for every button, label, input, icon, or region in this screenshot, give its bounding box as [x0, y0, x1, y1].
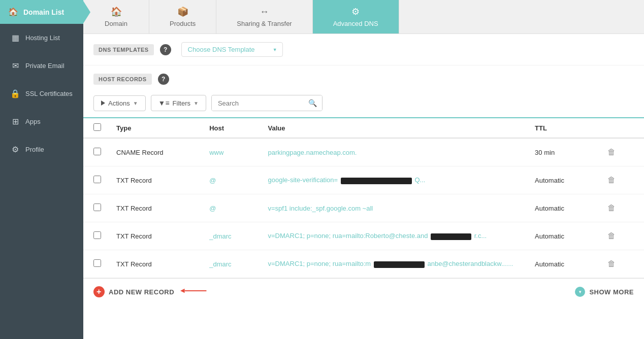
record-ttl: Automatic: [525, 194, 593, 222]
sidebar-item-label: SSL Certificates: [25, 90, 73, 97]
row-checkbox-cell: [83, 222, 106, 250]
record-host: _dmarc: [199, 222, 257, 250]
dns-template-dropdown[interactable]: Choose DNS Template: [181, 42, 283, 57]
domain-tab-icon: 🏠: [111, 6, 122, 17]
record-value: parkingpage.namecheap.com.: [258, 138, 525, 166]
dns-templates-section: DNS TEMPLATES ? Choose DNS Template: [83, 34, 644, 65]
table-header: Type Host Value TTL: [83, 118, 644, 138]
record-host: @: [199, 194, 257, 222]
tab-products-label: Products: [170, 20, 196, 27]
row-checkbox-cell: [83, 166, 106, 194]
record-value: google-site-verification= Q...: [258, 166, 525, 194]
main-content: 🏠 Domain 📦 Products ↔ Sharing & Transfer…: [83, 0, 644, 339]
add-new-container: + ADD NEW RECORD: [93, 286, 211, 298]
redact-bar: [341, 178, 412, 184]
record-host: @: [199, 166, 257, 194]
row-checkbox[interactable]: [93, 148, 101, 155]
tab-bar: 🏠 Domain 📦 Products ↔ Sharing & Transfer…: [83, 0, 644, 34]
add-icon: +: [93, 286, 105, 297]
dns-templates-help[interactable]: ?: [160, 44, 171, 55]
products-tab-icon: 📦: [177, 6, 188, 17]
host-records-help[interactable]: ?: [158, 74, 169, 85]
search-box: 🔍: [211, 95, 323, 111]
row-checkbox[interactable]: [93, 176, 101, 183]
sidebar-item-hosting-list[interactable]: ▦ Hosting List: [0, 24, 83, 52]
record-type: TXT Record: [106, 222, 199, 250]
filters-button[interactable]: ▼≡ Filters ▼: [151, 95, 206, 111]
delete-button[interactable]: 🗑: [603, 146, 620, 159]
record-delete-cell: 🗑: [593, 166, 644, 194]
home-icon: 🏠: [8, 7, 18, 17]
tab-products[interactable]: 📦 Products: [149, 0, 216, 33]
record-ttl: Automatic: [525, 250, 593, 278]
redact-bar: [431, 233, 471, 240]
record-host: _dmarc: [199, 250, 257, 278]
record-type: TXT Record: [106, 194, 199, 222]
row-checkbox[interactable]: [93, 259, 101, 267]
add-new-label: ADD NEW RECORD: [109, 288, 174, 296]
record-delete-cell: 🗑: [593, 194, 644, 222]
sidebar-item-apps[interactable]: ⊞ Apps: [0, 108, 83, 135]
record-value-text: v=DMARC1; p=none; rua=mailto:Roberto@che…: [268, 232, 428, 240]
record-ttl: 30 min: [525, 138, 593, 166]
search-button[interactable]: 🔍: [303, 95, 322, 111]
play-icon: [101, 100, 105, 106]
actions-label: Actions: [108, 99, 130, 107]
table-row: TXT Record @ google-site-verification= Q…: [83, 166, 644, 194]
show-more-button[interactable]: SHOW MORE: [575, 287, 634, 297]
dns-templates-label: DNS TEMPLATES: [93, 44, 154, 55]
row-checkbox-cell: [83, 138, 106, 166]
sidebar-item-profile[interactable]: ⚙ Profile: [0, 135, 83, 163]
dns-template-placeholder: Choose DNS Template: [188, 46, 255, 53]
add-new-record-button[interactable]: + ADD NEW RECORD: [93, 286, 174, 297]
record-value: v=DMARC1; p=none; rua=mailto:m anbe@ches…: [258, 250, 525, 278]
show-more-icon: [575, 287, 585, 297]
filters-dropdown-icon: ▼: [194, 100, 199, 106]
tab-sharing-transfer[interactable]: ↔ Sharing & Transfer: [216, 0, 312, 33]
row-checkbox[interactable]: [93, 231, 101, 239]
server-icon: ▦: [10, 33, 20, 43]
lock-icon: 🔒: [10, 89, 20, 98]
actions-dropdown-icon: ▼: [133, 100, 138, 106]
sharing-tab-icon: ↔: [260, 7, 269, 17]
col-type-header: Type: [106, 118, 199, 138]
col-value-header: Value: [258, 118, 525, 138]
filter-icon: ▼≡: [158, 99, 170, 107]
table-body: CNAME Record www parkingpage.namecheap.c…: [83, 138, 644, 278]
email-icon: ✉: [10, 61, 20, 71]
record-value: v=DMARC1; p=none; rua=mailto:Roberto@che…: [258, 222, 525, 250]
host-records-section: HOST RECORDS ?: [83, 65, 644, 89]
delete-button[interactable]: 🗑: [603, 257, 620, 270]
record-type: TXT Record: [106, 250, 199, 278]
search-input[interactable]: [212, 96, 303, 111]
sidebar-header-label: Domain List: [23, 8, 64, 16]
table-row: TXT Record _dmarc v=DMARC1; p=none; rua=…: [83, 222, 644, 250]
record-value-suffix: r.c...: [474, 232, 487, 240]
record-ttl: Automatic: [525, 222, 593, 250]
record-value-suffix: Q...: [414, 176, 425, 184]
delete-button[interactable]: 🗑: [603, 229, 620, 243]
delete-button[interactable]: 🗑: [603, 201, 620, 215]
tab-dns-label: Advanced DNS: [333, 20, 378, 27]
filters-label: Filters: [173, 99, 190, 107]
redacted-value: [373, 260, 426, 267]
tab-domain[interactable]: 🏠 Domain: [83, 0, 149, 33]
record-delete-cell: 🗑: [593, 222, 644, 250]
record-host: www: [199, 138, 257, 166]
row-checkbox[interactable]: [93, 204, 101, 211]
svg-marker-1: [180, 289, 185, 293]
actions-button[interactable]: Actions ▼: [93, 95, 146, 111]
select-all-header: [83, 118, 106, 138]
delete-button[interactable]: 🗑: [603, 174, 620, 187]
records-table: Type Host Value TTL CNAME Record www par…: [83, 118, 644, 278]
record-ttl: Automatic: [525, 166, 593, 194]
sidebar-arrow: [83, 1, 90, 23]
sidebar-item-ssl[interactable]: 🔒 SSL Certificates: [0, 80, 83, 108]
sidebar-header[interactable]: 🏠 Domain List: [0, 0, 83, 24]
sidebar-item-private-email[interactable]: ✉ Private Email: [0, 52, 83, 80]
toolbar: Actions ▼ ▼≡ Filters ▼ 🔍: [83, 89, 644, 118]
record-value-text: google-site-verification=: [268, 176, 338, 184]
redacted-value: [430, 232, 472, 240]
tab-advanced-dns[interactable]: ⚙ Advanced DNS: [313, 0, 399, 33]
select-all-checkbox[interactable]: [93, 123, 101, 131]
